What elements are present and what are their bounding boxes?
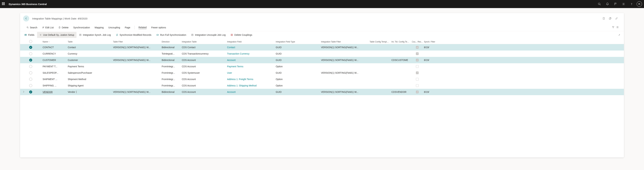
- cell-integration-table-filter[interactable]: VERSION(1) SORTING(Field1) W...: [320, 90, 368, 93]
- delete-couplings-tab[interactable]: Delete Couplings: [228, 32, 254, 38]
- collapse-icon[interactable]: [614, 16, 619, 21]
- col-couple-records[interactable]: Cou... Rec...: [412, 40, 422, 43]
- use-default-tab[interactable]: Use Default Sy...ization Setup: [37, 32, 76, 38]
- col-int-tbl-config-template[interactable]: Int. Tbl. Config Template Code: [390, 40, 412, 43]
- col-name[interactable]: Name ↑: [41, 40, 66, 43]
- cell-int-tbl-config-tpl[interactable]: CDSVENDOR: [390, 90, 412, 93]
- popout-icon[interactable]: [608, 16, 613, 21]
- cell-direction[interactable]: Bidirectional: [160, 46, 180, 49]
- cell-name[interactable]: CUSTOMER: [41, 59, 66, 62]
- cell-couple-records[interactable]: [412, 78, 422, 80]
- cell-couple-records[interactable]: [412, 90, 422, 93]
- cell-couple-records[interactable]: [412, 46, 422, 49]
- cell-sync-filter[interactable]: 8/19/: [422, 46, 624, 49]
- notifications-icon[interactable]: [604, 0, 612, 8]
- cell-name[interactable]: PAYMENT T...: [41, 65, 66, 68]
- cell-integration-field[interactable]: Account: [226, 90, 274, 93]
- col-integration-field-type[interactable]: Integration Field Type: [274, 40, 320, 43]
- cell-integration-table-filter[interactable]: VERSION(1) SORTING(Field1) W...: [320, 72, 368, 74]
- fields-tab[interactable]: Fields: [22, 32, 37, 38]
- table-row[interactable]: CONTACTContactVERSION(1) SORTING(Field1)…: [20, 44, 624, 50]
- cell-name[interactable]: VENDOR: [41, 90, 66, 93]
- status-check-icon[interactable]: [29, 58, 32, 62]
- delete-action[interactable]: Delete: [56, 24, 71, 30]
- pin-icon[interactable]: [616, 32, 622, 38]
- cell-couple-records[interactable]: [412, 65, 422, 68]
- cell-couple-records[interactable]: [412, 72, 422, 74]
- table-row[interactable]: SHIPPING ...Shipping AgentFromIntegr...C…: [20, 82, 624, 89]
- cell-integration-field[interactable]: User: [226, 72, 274, 74]
- filter-icon[interactable]: [612, 26, 614, 29]
- flag-icon[interactable]: [612, 0, 620, 8]
- col-table-config-template[interactable]: Table Config Template Code: [368, 40, 390, 43]
- page-action[interactable]: Page: [122, 24, 133, 30]
- row-select[interactable]: [29, 71, 32, 74]
- cell-name[interactable]: SHIPMENT ...: [41, 78, 66, 80]
- cell-sync-filter[interactable]: 8/19/: [422, 59, 624, 62]
- status-check-icon[interactable]: [29, 90, 32, 94]
- cell-integration-field[interactable]: Transaction Currency: [226, 52, 274, 55]
- integration-synch-log-tab[interactable]: Integration Synch. Job Log: [77, 32, 113, 38]
- table-row[interactable]: PAYMENT T...Payment TermsFromIntegr...CD…: [20, 63, 624, 70]
- cell-direction[interactable]: Bidirectional: [160, 90, 180, 93]
- app-launcher-icon[interactable]: [2, 2, 5, 6]
- row-more-icon[interactable]: [76, 91, 77, 93]
- cell-direction[interactable]: FromIntegr...: [160, 65, 180, 68]
- cell-table-filter[interactable]: VERSION(1) SORTING(Field1) W...: [112, 46, 160, 49]
- col-sync-filter[interactable]: Synch. Filter: [422, 40, 624, 43]
- table-row[interactable]: CURRENCYCurrencyToIntegrati...CDS Transa…: [20, 50, 624, 57]
- col-table[interactable]: Table: [66, 40, 112, 43]
- cell-name[interactable]: CURRENCY: [41, 52, 66, 55]
- back-button[interactable]: [23, 16, 29, 22]
- cell-direction[interactable]: Bidirectional: [160, 59, 180, 62]
- mapping-action[interactable]: Mapping: [92, 24, 106, 30]
- cell-integration-field[interactable]: Address 1: Freight Terms: [226, 78, 274, 80]
- cell-couple-records[interactable]: [412, 59, 422, 62]
- cell-integration-field[interactable]: Account: [226, 59, 274, 62]
- cell-integration-table-filter[interactable]: VERSION(1) SORTING(Field1) W...: [320, 46, 368, 49]
- col-direction[interactable]: Direction: [160, 40, 180, 43]
- cell-direction[interactable]: FromIntegr...: [160, 72, 180, 74]
- cell-integration-table-filter[interactable]: VERSION(1) SORTING(Field1) W...: [320, 59, 368, 62]
- sync-modified-tab[interactable]: Synchronize Modified Records: [114, 32, 154, 38]
- cell-direction[interactable]: FromIntegr...: [160, 78, 180, 80]
- cell-integration-field[interactable]: Contact: [226, 46, 274, 49]
- fewer-options-action[interactable]: Fewer options: [149, 24, 168, 30]
- col-integration-field[interactable]: Integration Field: [226, 40, 274, 43]
- cell-name[interactable]: SHIPPING ...: [41, 84, 66, 87]
- bookmark-icon[interactable]: [601, 16, 606, 21]
- row-select[interactable]: [29, 78, 32, 81]
- cell-integration-field[interactable]: Payment Terms: [226, 65, 274, 68]
- help-icon[interactable]: [628, 0, 636, 8]
- table-row[interactable]: CUSTOMERCustomerVERSION(1) SORTING(Field…: [20, 57, 624, 63]
- col-integration-table[interactable]: Integration Table: [180, 40, 226, 43]
- table-row[interactable]: SALESPEOP...Salesperson/PurchaserFromInt…: [20, 70, 624, 76]
- row-select[interactable]: [29, 52, 32, 55]
- row-select[interactable]: [29, 84, 32, 87]
- list-view-icon[interactable]: [616, 26, 619, 29]
- cell-direction[interactable]: FromIntegr...: [160, 84, 180, 87]
- cell-int-tbl-config-tpl[interactable]: CDSCUSTOME: [390, 59, 412, 62]
- uncoupling-action[interactable]: Uncoupling: [106, 24, 122, 30]
- synchronization-action[interactable]: Synchronization: [71, 24, 92, 30]
- run-full-sync-tab[interactable]: Run Full Synchronization: [154, 32, 189, 38]
- cell-sync-filter[interactable]: 8/19/: [422, 90, 624, 93]
- cell-integration-field[interactable]: Address 1: Shipping Method: [226, 84, 274, 87]
- settings-icon[interactable]: [620, 0, 628, 8]
- cell-direction[interactable]: ToIntegrati...: [160, 52, 180, 55]
- col-integration-table-filter[interactable]: Integration Table Filter: [320, 40, 368, 43]
- status-check-icon[interactable]: [29, 46, 32, 49]
- search-icon[interactable]: [595, 0, 604, 8]
- table-row[interactable]: SHIPMENT ...Shipment MethodFromIntegr...…: [20, 76, 624, 82]
- related-action[interactable]: Related: [136, 24, 149, 30]
- cell-table-filter[interactable]: VERSION(1) SORTING(Field1) W...: [112, 59, 160, 62]
- select-all[interactable]: [29, 40, 32, 43]
- col-table-filter[interactable]: Table Filter: [112, 40, 160, 43]
- cell-name[interactable]: SALESPEOP...: [41, 72, 66, 74]
- cell-couple-records[interactable]: [412, 84, 422, 87]
- table-row[interactable]: VENDORVendorVERSION(1) SORTING(Field1) W…: [20, 89, 624, 95]
- row-select[interactable]: [29, 65, 32, 68]
- edit-list-action[interactable]: Edit List: [40, 24, 56, 30]
- cell-table-filter[interactable]: VERSION(1) SORTING(Field1) W...: [112, 90, 160, 93]
- user-avatar[interactable]: IK: [636, 1, 642, 7]
